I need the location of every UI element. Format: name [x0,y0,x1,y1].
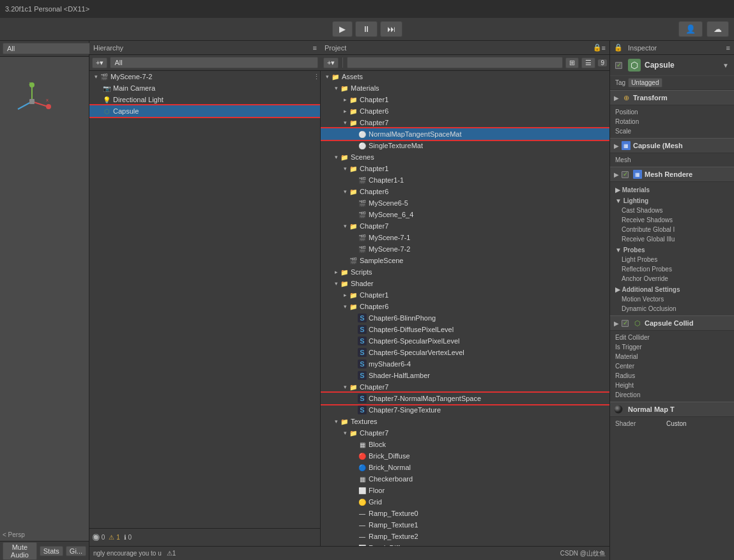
mesh-renderer-body: ▶ Materials ▼ Lighting Cast Shadows Rece… [610,182,734,315]
project-tree-item-ch6-scene[interactable]: ▾📁Chapter6 [321,186,609,197]
project-tree-item-chapter6-mat[interactable]: ▸📁Chapter6 [321,105,609,117]
inspector-title: Inspector [628,44,657,52]
hierarchy-item-maincamera[interactable]: 📷 Main Camera [89,82,320,94]
scale-label: Scale [615,128,666,135]
project-tree-item-materials[interactable]: ▾📁Materials [321,82,609,94]
project-tree-item-brick-diff[interactable]: 🔴Brick_Diffuse [321,450,609,462]
tree-icon: ⚪ [358,130,367,139]
project-tree-item-singletex-sh[interactable]: SChapter7-SingeTexture [321,404,609,416]
project-tree-item-chapter7-mat[interactable]: ▾📁Chapter7 [321,117,609,128]
mesh-filter-component-header[interactable]: ▶ ▦ Capsule (Mesh [610,138,734,153]
project-tree-item-ramp1[interactable]: —Ramp_Texture1 [321,519,609,531]
project-tree-item-shader[interactable]: ▾📁Shader [321,278,609,289]
hierarchy-item-capsule[interactable]: ⬡ Capsule [89,105,320,117]
project-filter-button[interactable]: ⊞ [565,57,579,68]
project-tree-item-normalmap-sh[interactable]: SChapter7-NormalMapTangentSpace [321,393,609,404]
project-tree-item-scenes[interactable]: ▾📁Scenes [321,151,609,163]
hierarchy-content-area: ▾ 🎬 MyScene-7-2 ⋮ 📷 Main Camera 💡 Direct… [89,71,321,546]
tree-arrow: ▾ [332,418,340,425]
edit-collider-label: Edit Collider [615,334,666,341]
project-tree-item-assets[interactable]: ▾📁Assets [321,71,609,82]
mesh-renderer-checkbox[interactable] [622,171,629,178]
transform-name: Transform [633,94,668,102]
tree-icon: — [358,509,367,518]
tree-arrow: ▸ [341,107,349,115]
project-content[interactable]: ▾📁Assets▾📁Materials▸📁Chapter1▸📁Chapter6▾… [321,71,609,546]
scene-search-input[interactable] [3,43,100,54]
hierarchy-item-dirlight[interactable]: 💡 Directional Light [89,94,320,105]
tag-row: Tag Untagged [610,76,734,90]
project-tree-item-ramp2[interactable]: —Ramp_Texture2 [321,531,609,542]
project-tree-item-floor[interactable]: ⬜Floor [321,485,609,496]
tag-value[interactable]: Untagged [628,78,662,87]
hierarchy-search-input[interactable] [110,57,318,68]
contribute-gi-label: Contribute Global I [622,226,675,233]
pause-button[interactable]: ⏸ [355,21,378,37]
material-preview-header[interactable]: Normal Map T [610,402,734,417]
stats-button[interactable]: Stats [40,546,63,556]
reflection-probes-label: Reflection Probes [622,266,673,273]
prop-contribute-gi: Contribute Global I [615,225,729,234]
project-tree-item-singletex[interactable]: ⚪SingleTextureMat [321,140,609,151]
project-title: Project [325,44,346,52]
scene-menu-icon: ⋮ [313,73,320,81]
project-add-button[interactable]: +▾ [323,57,339,68]
object-active-checkbox[interactable] [615,62,622,69]
probes-section-label: ▼ Probes [615,246,666,254]
mute-audio-button[interactable]: Mute Audio [3,542,37,560]
collider-checkbox[interactable] [622,320,629,327]
titlebar: 3.20f1c1 Personal <DX11> [0,0,734,18]
tree-label: Materials [351,84,379,92]
step-button[interactable]: ⏭ [380,21,402,37]
project-tree-item-sh-ch1[interactable]: ▸📁Chapter1 [321,289,609,301]
hierarchy-add-button[interactable]: +▾ [92,57,107,68]
tree-label: Ramp_Texture1 [369,521,418,529]
project-tree-item-textures[interactable]: ▾📁Textures [321,416,609,427]
project-tree-item-ramp0[interactable]: —Ramp_Texture0 [321,508,609,519]
project-tree-item-specularpixel[interactable]: SChapter6-SpecularPixelLevel [321,335,609,347]
project-tree-item-normalmap[interactable]: ⚪NormalMapTangentSpaceMat [321,128,609,140]
hierarchy-tree: ▾ 🎬 MyScene-7-2 ⋮ 📷 Main Camera 💡 Direct… [89,71,320,528]
hierarchy-scene-root[interactable]: ▾ 🎬 MyScene-7-2 ⋮ [89,71,320,82]
gizmos-button[interactable]: Gi... [66,546,86,556]
play-button[interactable]: ▶ [332,21,353,37]
project-tree-item-blinnphong[interactable]: SChapter6-BlinnPhong [321,312,609,324]
prop-materials-section: ▶ Materials [615,185,729,195]
project-tree-item-ch1-1[interactable]: 🎬Chapter1-1 [321,174,609,186]
project-tree-item-ch1-scene[interactable]: ▾📁Chapter1 [321,163,609,174]
project-tree-item-sh-ch6[interactable]: ▾📁Chapter6 [321,301,609,312]
meshrenderer-collapse-icon: ▶ [614,171,619,178]
shader-value: Custon [666,420,687,427]
project-tree-item-block[interactable]: ▦Block [321,439,609,450]
project-tree-item-checkerboard[interactable]: ▦Checkerboard [321,473,609,485]
prop-light-probes: Light Probes [615,255,729,264]
project-tree-item-brick-norm[interactable]: 🔵Brick_Normal [321,462,609,473]
project-tree-item-myscene65[interactable]: 🎬MyScene6-5 [321,197,609,209]
project-tree-item-myscene64[interactable]: 🎬MyScene_6_4 [321,209,609,220]
project-layout-button[interactable]: ☰ [581,57,595,68]
capsule-collider-header[interactable]: ▶ ⬡ Capsule Collid [610,315,734,331]
project-tree-item-grid[interactable]: 🟡Grid [321,496,609,508]
project-tree-item-scripts[interactable]: ▸📁Scripts [321,266,609,278]
transform-component-header[interactable]: ▶ ⊕ Transform [610,90,734,105]
prop-radius: Radius [615,371,729,381]
collab-button[interactable]: 👤 [678,21,703,37]
light-probes-label: Light Probes [622,256,673,263]
cloud-button[interactable]: ☁ [707,21,729,37]
project-tree-item-diffusepixel[interactable]: SChapter6-DiffusePixelLevel [321,324,609,335]
project-tree-item-myscene72[interactable]: 🎬MyScene-7-2 [321,243,609,255]
project-tree-item-tex-ch7[interactable]: ▾📁Chapter7 [321,427,609,439]
cast-shadows-label: Cast Shadows [622,207,673,214]
project-search-input[interactable] [347,57,563,68]
project-tree-item-samplescene[interactable]: 🎬SampleScene [321,255,609,266]
project-tree-item-myscene71[interactable]: 🎬MyScene-7-1 [321,232,609,243]
project-tree-item-myshader64[interactable]: SmyShader6-4 [321,358,609,370]
project-tree-item-chapter1-mat[interactable]: ▸📁Chapter1 [321,94,609,105]
project-tree-item-specularvertex[interactable]: SChapter6-SpecularVertexLevel [321,347,609,358]
mesh-renderer-component-header[interactable]: ▶ ▦ Mesh Rendere [610,167,734,182]
project-tree-item-sh-ch7[interactable]: ▾📁Chapter7 [321,381,609,393]
project-tree-item-ch7-scene[interactable]: ▾📁Chapter7 [321,220,609,232]
receive-gi-label: Receive Global Illu [622,236,675,243]
scene-3d-view[interactable]: x y < Persp [0,57,89,541]
project-tree-item-halflamber[interactable]: SShader-HalfLamber [321,370,609,381]
